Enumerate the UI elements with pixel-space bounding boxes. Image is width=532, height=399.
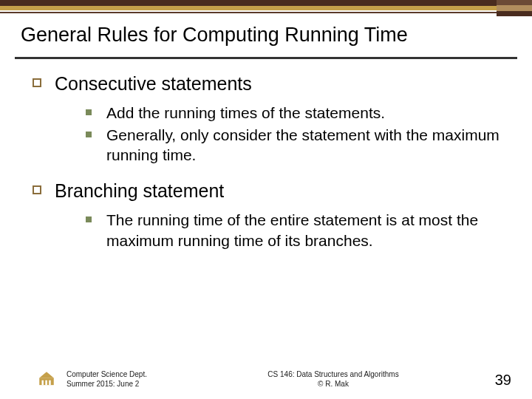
svg-marker-1 (39, 372, 54, 378)
university-logo-icon (37, 369, 56, 389)
square-bullet-icon (86, 216, 92, 222)
footer-term: Summer 2015: June 2 (66, 379, 192, 389)
list-item: Add the running times of the statements. (86, 103, 510, 123)
footer-author: © R. Mak (192, 379, 474, 389)
square-bullet-icon (86, 109, 92, 115)
list-item: Consecutive statements (33, 72, 510, 95)
svg-rect-2 (42, 381, 44, 386)
slide-footer: Computer Science Dept. Summer 2015: June… (0, 369, 532, 389)
page-number: 39 (474, 372, 511, 389)
bullet-text: The running time of the entire statement… (106, 210, 505, 250)
footer-dept: Computer Science Dept. (66, 369, 192, 379)
section-heading: Branching statement (55, 180, 224, 202)
bullet-text: Add the running times of the statements. (106, 103, 385, 123)
slide-title: General Rules for Computing Running Time (21, 24, 511, 47)
footer-course: CS 146: Data Structures and Algorithms (192, 369, 474, 379)
square-bullet-icon (33, 78, 41, 87)
section-heading: Consecutive statements (55, 72, 252, 95)
corner-accent (497, 0, 532, 16)
list-item: Branching statement (33, 180, 510, 202)
bullet-text: Generally, only consider the statement w… (106, 125, 505, 166)
svg-rect-4 (49, 381, 50, 386)
square-bullet-icon (33, 185, 41, 194)
svg-rect-3 (45, 381, 47, 386)
list-item: Generally, only consider the statement w… (86, 125, 510, 166)
square-bullet-icon (86, 132, 92, 137)
list-item: The running time of the entire statement… (86, 210, 510, 250)
slide-body: Consecutive statements Add the running t… (0, 59, 532, 265)
header-stripes (0, 0, 532, 13)
